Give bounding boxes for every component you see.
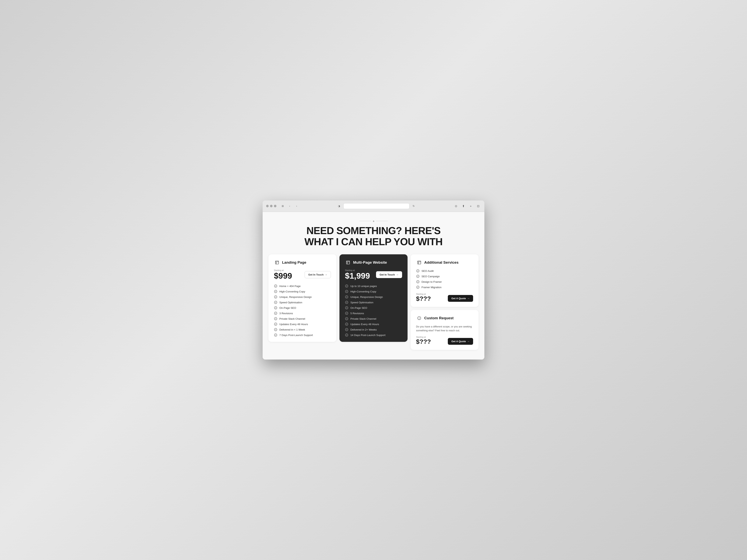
check-icon (345, 322, 349, 326)
check-icon (345, 317, 349, 320)
page-title: NEED SOMETHING? HERE'S WHAT I CAN HELP Y… (268, 225, 479, 247)
check-icon (274, 301, 277, 304)
mp-feature-post-launch: 14 Days Post-Launch Support (345, 333, 402, 337)
feature-converting-copy: High-Converting Copy (274, 290, 331, 293)
arrow-icon: → (396, 273, 398, 276)
pricing-grid: Landing Page Starting at $999 Get In Tou… (268, 254, 479, 350)
mp-feature-speed: Speed Optimisation (345, 301, 402, 304)
check-icon (274, 284, 277, 288)
new-tab-icon[interactable]: + (468, 204, 473, 209)
custom-request-card: Custom Request Do you have a different s… (411, 310, 479, 350)
multi-page-icon (345, 259, 351, 266)
check-icon (274, 328, 277, 331)
mp-feature-pages: Up to 10 unique pages (345, 284, 402, 288)
check-icon (274, 295, 277, 299)
additional-services-icon (416, 259, 422, 266)
service-design-framer: Design to Framer (416, 280, 473, 284)
mp-feature-delivery: Delivered in 2+ Weeks (345, 328, 402, 331)
feature-delivery: Delivered in < 1 Week (274, 328, 331, 331)
header-decoration: ◈ (268, 220, 479, 222)
landing-page-title: Landing Page (282, 260, 306, 265)
service-seo-campaign: SEO Campaign (416, 274, 473, 278)
custom-request-icon (416, 315, 422, 321)
check-icon (416, 286, 420, 289)
landing-page-price-section: Starting at $999 Get In Touch → (274, 269, 331, 280)
share-icon[interactable]: ⬆ (461, 204, 466, 209)
check-icon (416, 274, 420, 278)
custom-request-header: Custom Request (416, 315, 473, 321)
browser-controls: ⊞ ‹ › (280, 204, 300, 208)
additional-price: $??? (416, 296, 431, 302)
custom-request-description: Do you have a different scope, or you ar… (416, 325, 473, 332)
custom-request-price-row: Starting at $??? Get A Quote → (416, 336, 473, 345)
check-icon (274, 306, 277, 310)
arrow-icon: → (467, 297, 470, 300)
check-icon (345, 312, 349, 315)
feature-slack: Private Slack Channel (274, 317, 331, 320)
mp-feature-design: Unique, Responsive Design (345, 295, 402, 299)
address-bar[interactable] (343, 203, 410, 209)
browser-actions: ⊙ ⬆ + ⊡ (453, 204, 481, 209)
additional-services-list: SEO Audit SEO Campaign Des (416, 269, 473, 289)
additional-services-header: Additional Services (416, 259, 473, 266)
check-icon (274, 312, 277, 315)
svg-rect-0 (276, 261, 279, 264)
feature-updates: Updates Every 48 Hours (274, 322, 331, 326)
multi-page-card-header: Multi-Page Website (345, 259, 402, 266)
close-button[interactable] (266, 205, 269, 207)
check-icon (274, 290, 277, 293)
feature-home-404: Home + 404 Page (274, 284, 331, 288)
landing-page-card-header: Landing Page (274, 259, 331, 266)
forward-button[interactable]: › (294, 204, 300, 208)
browser-window: ⊞ ‹ › ◑ ↻ ⊙ ⬆ + ⊡ ◈ NEED SOMETHING? HERE… (263, 201, 484, 359)
landing-page-price-block: Starting at $999 (274, 269, 292, 280)
mp-feature-seo: On-Page SEO (345, 306, 402, 310)
landing-page-features: Home + 404 Page High-Converting Copy Uni… (274, 284, 331, 337)
additional-services-price-block: Starting at $??? (416, 293, 431, 302)
multi-page-price-section: Starting at $1,999 Get In Touch → (345, 269, 402, 280)
check-icon (274, 333, 277, 337)
custom-request-cta-button[interactable]: Get A Quote → (448, 338, 473, 345)
sidebar-toggle-button[interactable]: ⊞ (280, 204, 285, 208)
browser-content: ◈ NEED SOMETHING? HERE'S WHAT I CAN HELP… (263, 212, 484, 359)
browser-chrome: ⊞ ‹ › ◑ ↻ ⊙ ⬆ + ⊡ (263, 201, 484, 212)
check-icon (345, 328, 349, 331)
arrow-icon: → (325, 273, 327, 276)
minimize-button[interactable] (270, 205, 273, 207)
feature-on-page-seo: On-Page SEO (274, 306, 331, 310)
check-icon (416, 280, 420, 284)
multi-page-cta-button[interactable]: Get In Touch → (376, 271, 402, 278)
account-icon[interactable]: ⊙ (453, 204, 459, 209)
additional-starting-at: Starting at (416, 293, 431, 295)
feature-revisions: 3 Revisions (274, 312, 331, 315)
additional-services-price-row: Starting at $??? Get A Quote → (416, 293, 473, 302)
custom-price: $??? (416, 339, 431, 345)
additional-cta-button[interactable]: Get A Quote → (448, 295, 473, 302)
check-icon (345, 333, 349, 337)
tabs-icon[interactable]: ⊡ (475, 204, 481, 209)
arrow-icon: → (467, 340, 470, 343)
landing-page-cta-button[interactable]: Get In Touch → (305, 271, 331, 278)
multi-page-title: Multi-Page Website (353, 260, 387, 265)
reload-button[interactable]: ↻ (411, 204, 416, 208)
check-icon (416, 269, 420, 273)
landing-page-card: Landing Page Starting at $999 Get In Tou… (268, 254, 336, 342)
feature-post-launch: 7 Days Post-Launch Support (274, 333, 331, 337)
service-framer-migration: Framer Migration (416, 286, 473, 289)
check-icon (274, 322, 277, 326)
landing-page-icon (274, 259, 280, 266)
feature-speed-optimisation: Speed Optimisation (274, 301, 331, 304)
multi-page-card: Multi-Page Website Starting at $1,999 Ge… (339, 254, 407, 342)
additional-services-card: Additional Services SEO Audit (411, 254, 479, 307)
maximize-button[interactable] (274, 205, 277, 207)
back-button[interactable]: ‹ (287, 204, 292, 208)
landing-page-price: $999 (274, 272, 292, 280)
check-icon (345, 306, 349, 310)
address-bar-container: ◑ ↻ (302, 203, 451, 209)
multi-page-features: Up to 10 unique pages High-Converting Co… (345, 284, 402, 337)
mp-feature-revisions: 5 Revisions (345, 312, 402, 315)
svg-rect-13 (346, 261, 350, 264)
mp-feature-slack: Private Slack Channel (345, 317, 402, 320)
multi-page-price: $1,999 (345, 272, 370, 280)
page-header: ◈ NEED SOMETHING? HERE'S WHAT I CAN HELP… (268, 220, 479, 247)
